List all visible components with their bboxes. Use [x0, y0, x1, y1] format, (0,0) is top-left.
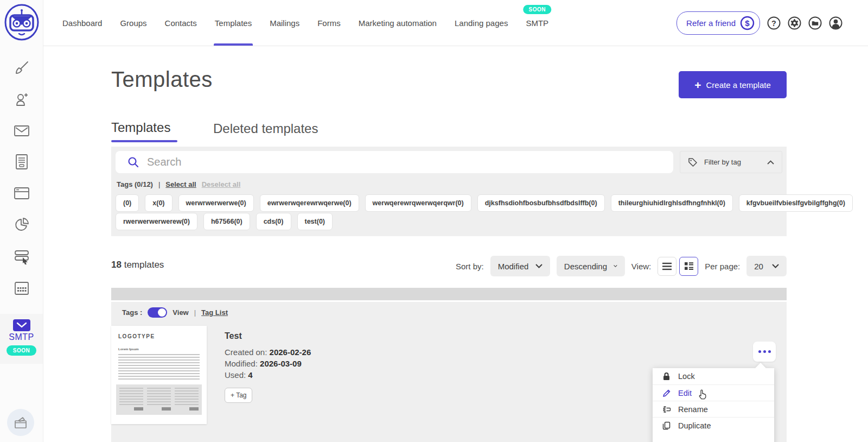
tag-chip-row-1: (0) x(0) werwrwerwerwe(0) ewrwerwqerewrw… — [116, 194, 853, 212]
sort-direction-select[interactable]: Descending — [557, 256, 625, 276]
tag-chip[interactable]: test(0) — [297, 213, 333, 230]
tag-list-link[interactable]: Tag List — [201, 308, 228, 317]
promo-box-button[interactable] — [7, 409, 34, 436]
help-icon[interactable]: ? — [767, 16, 781, 30]
menu-item-rename[interactable]: Rename — [653, 401, 774, 417]
template-actions-button[interactable] — [753, 342, 776, 362]
tag-chip[interactable]: h67566(0) — [203, 213, 250, 230]
tag-chip[interactable]: thileurghiuhidlrghlsdfhngfnhkl(0) — [611, 194, 733, 212]
thumb-paragraph — [118, 354, 200, 380]
nav-contacts[interactable]: Contacts — [165, 0, 197, 46]
nav-landing-pages[interactable]: Landing pages — [455, 0, 508, 46]
tag-chip[interactable]: x(0) — [145, 194, 172, 212]
smtp-label: SMTP — [0, 332, 43, 342]
list-view-button[interactable] — [658, 257, 676, 276]
calendar-grid-icon — [14, 281, 29, 295]
chevron-down-icon — [535, 264, 542, 268]
sidebar-item-calendar[interactable] — [12, 279, 31, 298]
edit-pencil-icon — [662, 388, 671, 397]
nav-groups[interactable]: Groups — [120, 0, 146, 46]
template-name[interactable]: Test — [225, 331, 242, 341]
deselect-all-link[interactable]: Deselect all — [202, 180, 241, 188]
nav-smtp[interactable]: SOON SMTP — [526, 0, 548, 46]
envelope-icon — [14, 124, 30, 137]
sidebar-item-forms[interactable] — [12, 152, 31, 172]
tag-chip[interactable]: (0) — [116, 194, 139, 212]
per-page-select[interactable]: 20 — [746, 256, 787, 276]
main-nav: Dashboard Groups Contacts Templates Mail… — [43, 0, 548, 46]
tag-chip[interactable]: cds(0) — [256, 213, 291, 230]
chevron-up-icon — [767, 160, 774, 165]
tags-toggle-label: Tags : — [122, 308, 142, 317]
thumb-logotype: LOGOTYPE — [118, 333, 155, 339]
menu-item-lock[interactable]: Lock — [653, 368, 774, 384]
tab-deleted-templates[interactable]: Deleted templates — [213, 121, 318, 136]
grid-view-icon — [684, 262, 694, 270]
nav-marketing-automation[interactable]: Marketing automation — [359, 0, 437, 46]
thumb-columns — [116, 384, 202, 415]
tag-chip[interactable]: djksfhsdiohfbosbufbhsdfbdslffb(0) — [477, 194, 605, 212]
nav-dashboard[interactable]: Dashboard — [62, 0, 102, 46]
create-template-button[interactable]: + Create a template — [679, 71, 787, 98]
template-used: Used: 4 — [225, 370, 253, 380]
add-person-icon — [14, 92, 29, 107]
sidebar-item-mailings[interactable] — [12, 121, 31, 141]
list-group-bar — [111, 288, 787, 300]
nav-forms[interactable]: Forms — [317, 0, 341, 46]
toggle-knob — [158, 308, 166, 317]
nav-mailings[interactable]: Mailings — [270, 0, 299, 46]
filter-by-tag-button[interactable]: Filter by tag — [680, 151, 782, 173]
filter-panel: Filter by tag Tags (0/12) | Select all D… — [111, 147, 787, 236]
nav-templates[interactable]: Templates — [215, 0, 252, 46]
sidebar-item-contacts[interactable] — [12, 90, 31, 109]
ballot-box-icon — [13, 415, 28, 430]
sort-by-label: Sort by: — [456, 262, 484, 271]
tag-chip[interactable]: werwrwerwerwe(0) — [178, 194, 254, 212]
app-logo[interactable] — [4, 3, 40, 41]
sidebar-item-landing-pages[interactable] — [12, 184, 31, 203]
hand-pointer-cursor — [698, 389, 707, 401]
tags-visibility-toggle[interactable] — [148, 307, 167, 318]
view-switcher — [658, 257, 698, 276]
menu-item-duplicate[interactable]: Duplicate — [653, 417, 774, 433]
view-mode-label: View — [173, 308, 188, 317]
smtp-envelope-icon — [13, 319, 30, 331]
browser-window-icon — [14, 186, 30, 200]
sidebar-item-statistics[interactable] — [12, 215, 31, 235]
sort-controls: Sort by: Modified Descending View: — [456, 255, 787, 277]
sidebar-item-smtp[interactable]: SMTP SOON — [0, 314, 43, 364]
svg-text:$: $ — [745, 18, 750, 28]
active-tab-underline — [214, 43, 253, 46]
dot — [768, 350, 771, 353]
duplicate-icon — [662, 421, 671, 430]
svg-text:?: ? — [771, 18, 776, 27]
avatar[interactable] — [829, 16, 843, 30]
template-modified: Modified: 2026-03-09 — [225, 359, 302, 368]
templates-count: 18 templates — [111, 260, 164, 270]
settings-gear-icon[interactable] — [788, 16, 801, 30]
folder-icon[interactable] — [808, 16, 822, 30]
tag-chip[interactable]: kfgvbueilfvbieslfgvbilgffghg(0) — [739, 194, 853, 212]
sidebar-item-popups[interactable] — [12, 247, 31, 266]
refer-a-friend-button[interactable]: Refer a friend $ — [676, 11, 760, 35]
add-tag-button[interactable]: + Tag — [225, 388, 252, 403]
brush-icon — [14, 60, 29, 75]
smtp-soon-badge: SOON — [7, 345, 36, 356]
template-thumbnail[interactable]: LOGOTYPE Lorem Ipsum — [111, 326, 207, 424]
chevron-down-icon — [614, 264, 617, 268]
sidebar-item-design[interactable] — [12, 58, 31, 78]
sort-field-select[interactable]: Modified — [490, 256, 550, 276]
search-input[interactable] — [147, 151, 673, 173]
select-all-link[interactable]: Select all — [165, 180, 196, 188]
tag-chip[interactable]: werwqerewrqwerwqerqwr(0) — [365, 194, 471, 212]
menu-item-edit[interactable]: Edit — [653, 384, 774, 401]
rename-icon — [662, 405, 671, 414]
view-label: View: — [631, 262, 651, 271]
tag-chip-row-2: rwerwerwerwerew(0) h67566(0) cds(0) test… — [116, 213, 333, 230]
tab-templates[interactable]: Templates — [111, 120, 170, 135]
tag-chip[interactable]: ewrwerwqerewrwqerwe(0) — [260, 194, 359, 212]
tag-chip[interactable]: rwerwerwerwerew(0) — [116, 213, 197, 230]
grid-view-button[interactable] — [679, 257, 698, 276]
header-actions: Refer a friend $ ? — [676, 11, 868, 35]
search-bar — [116, 151, 673, 173]
